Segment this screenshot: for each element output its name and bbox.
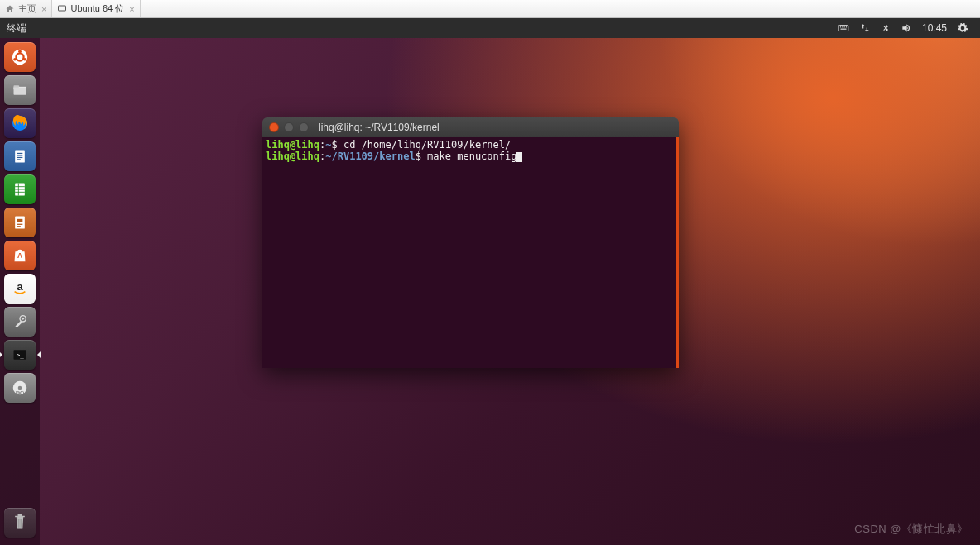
svg-rect-3 [840, 26, 841, 27]
presentation-icon [12, 213, 28, 232]
svg-rect-4 [842, 26, 843, 27]
ubuntu-logo-icon [11, 48, 29, 66]
vm-tab-ubuntu-label: Ubuntu 64 位 [70, 2, 124, 15]
window-close-button[interactable] [269, 122, 279, 132]
spreadsheet-icon [12, 180, 28, 198]
launcher-libreoffice-impress[interactable] [2, 207, 37, 238]
svg-text:DVD: DVD [16, 391, 24, 395]
sound-indicator-icon[interactable] [896, 22, 917, 34]
launcher-terminal[interactable]: >_ [2, 339, 37, 371]
bluetooth-indicator-icon[interactable] [876, 22, 896, 34]
network-indicator-icon[interactable] [854, 22, 876, 34]
svg-point-11 [23, 58, 26, 61]
svg-rect-5 [844, 26, 845, 27]
launcher-disc[interactable]: DVD [2, 372, 37, 404]
svg-point-12 [13, 58, 17, 61]
svg-rect-25 [17, 224, 23, 225]
svg-point-34 [18, 386, 22, 390]
prompt-user: lihq@lihq [266, 151, 319, 162]
svg-rect-14 [14, 88, 26, 95]
svg-rect-20 [17, 157, 23, 158]
terminal-icon: >_ [11, 347, 29, 363]
prompt-user: lihq@lihq [266, 139, 319, 151]
svg-point-10 [18, 50, 22, 53]
svg-point-30 [22, 318, 24, 320]
svg-rect-7 [840, 29, 846, 30]
launcher-trash[interactable] [2, 507, 37, 538]
launcher-amazon[interactable]: a [2, 273, 37, 304]
prompt-path: ~ [325, 139, 331, 151]
svg-rect-6 [846, 26, 847, 27]
document-icon [12, 147, 28, 165]
active-app-label: 终端 [7, 22, 26, 36]
svg-rect-17 [15, 151, 25, 163]
svg-rect-26 [17, 226, 21, 227]
vm-tab-ubuntu[interactable]: Ubuntu 64 位 × [52, 0, 140, 17]
window-maximize-button[interactable] [299, 122, 309, 132]
top-menubar: 终端 10:45 [0, 18, 980, 38]
launcher-dash[interactable] [2, 41, 37, 73]
terminal-titlebar[interactable]: lihq@lihq: ~/RV1109/kernel [262, 117, 679, 137]
keyboard-indicator-icon[interactable] [833, 22, 854, 34]
files-icon [11, 82, 29, 98]
svg-rect-24 [17, 219, 23, 222]
launcher-files[interactable] [2, 74, 37, 106]
terminal-window: lihq@lihq: ~/RV1109/kernel lihq@lihq:~$ … [262, 117, 679, 368]
close-icon[interactable]: × [40, 4, 46, 14]
watermark-text: CSDN @《慷忙北鼻》 [854, 522, 968, 537]
launcher-libreoffice-writer[interactable] [2, 141, 37, 172]
ubuntu-desktop: 终端 10:45 [0, 18, 980, 545]
terminal-title: lihq@lihq: ~/RV1109/kernel [319, 122, 440, 133]
monitor-icon [57, 4, 67, 14]
svg-rect-1 [61, 12, 64, 12]
launcher-firefox[interactable] [2, 108, 37, 139]
svg-rect-19 [17, 155, 23, 155]
svg-rect-0 [59, 6, 66, 11]
launcher-settings[interactable] [2, 306, 37, 337]
home-icon [5, 4, 15, 14]
amazon-icon: a [11, 280, 29, 298]
terminal-cursor [516, 152, 522, 162]
svg-rect-2 [838, 26, 848, 31]
vm-tab-home[interactable]: 主页 × [0, 0, 52, 17]
svg-text:>_: >_ [17, 351, 25, 359]
gear-icon[interactable] [952, 22, 973, 34]
svg-text:a: a [17, 280, 23, 293]
vm-host-tabbar: 主页 × Ubuntu 64 位 × [0, 0, 980, 18]
command-text: cd /home/lihq/RV1109/kernel/ [338, 139, 512, 151]
launcher-ubuntu-software[interactable]: A [2, 240, 37, 271]
clock-label[interactable]: 10:45 [917, 22, 952, 34]
disc-icon: DVD [11, 379, 29, 397]
launcher-libreoffice-calc[interactable] [2, 174, 37, 205]
firefox-icon [10, 113, 30, 133]
vm-tab-home-label: 主页 [18, 2, 36, 15]
svg-rect-21 [17, 159, 21, 160]
svg-rect-15 [14, 85, 20, 88]
wrench-gear-icon [11, 313, 29, 331]
svg-rect-18 [17, 153, 23, 154]
trash-icon [12, 514, 28, 532]
svg-text:A: A [17, 251, 22, 260]
window-minimize-button[interactable] [284, 122, 294, 132]
prompt-path: ~/RV1109/kernel [325, 151, 415, 162]
shopping-bag-icon: A [11, 247, 29, 264]
unity-launcher: A a >_ DVD [0, 38, 40, 545]
close-icon[interactable]: × [127, 4, 134, 14]
command-text: make menuconfig [421, 151, 517, 162]
terminal-body[interactable]: lihq@lihq:~$ cd /home/lihq/RV1109/kernel… [262, 137, 679, 368]
